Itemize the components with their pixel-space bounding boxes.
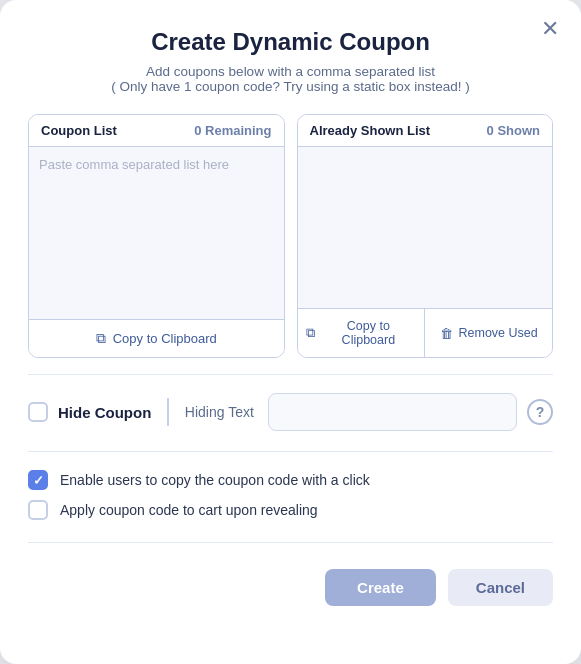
shown-list-copy-label: Copy to Clipboard — [321, 319, 417, 347]
enable-copy-checkbox[interactable] — [28, 470, 48, 490]
modal-subtitle: Add coupons below with a comma separated… — [28, 64, 553, 94]
shown-list-footer-buttons: ⧉ Copy to Clipboard 🗑 Remove Used — [298, 309, 553, 357]
cancel-button[interactable]: Cancel — [448, 569, 553, 606]
create-button[interactable]: Create — [325, 569, 436, 606]
shown-list-header: Already Shown List 0 Shown — [298, 115, 553, 147]
subtitle-line2: ( Only have 1 coupon code? Try using a s… — [28, 79, 553, 94]
coupon-panels: Coupon List 0 Remaining ⧉ Copy to Clipbo… — [28, 114, 553, 358]
subtitle-line1: Add coupons below with a comma separated… — [28, 64, 553, 79]
option-row-2: Apply coupon code to cart upon revealing — [28, 500, 553, 520]
coupon-list-copy-label: Copy to Clipboard — [113, 331, 217, 346]
divider-1 — [28, 374, 553, 375]
coupon-list-panel: Coupon List 0 Remaining ⧉ Copy to Clipbo… — [28, 114, 285, 358]
shown-list-copy-btn[interactable]: ⧉ Copy to Clipboard — [298, 309, 426, 357]
shown-list-label: Already Shown List — [310, 123, 431, 138]
coupon-list-footer: ⧉ Copy to Clipboard — [29, 319, 284, 357]
remove-used-label: Remove Used — [459, 326, 538, 340]
shown-list-body — [298, 147, 553, 308]
create-dynamic-coupon-modal: ✕ Create Dynamic Coupon Add coupons belo… — [0, 0, 581, 664]
shown-list-panel: Already Shown List 0 Shown ⧉ Copy to Cli… — [297, 114, 554, 358]
shown-list-badge: 0 Shown — [487, 123, 540, 138]
hide-coupon-row: Hide Coupon Hiding Text ? — [28, 393, 553, 431]
coupon-list-label: Coupon List — [41, 123, 117, 138]
copy-icon: ⧉ — [306, 325, 315, 341]
coupon-list-body — [29, 147, 284, 319]
trash-icon: 🗑 — [440, 326, 453, 341]
apply-cart-checkbox[interactable] — [28, 500, 48, 520]
options-section: Enable users to copy the coupon code wit… — [28, 470, 553, 520]
enable-copy-label: Enable users to copy the coupon code wit… — [60, 472, 370, 488]
option-row-1: Enable users to copy the coupon code wit… — [28, 470, 553, 490]
hide-coupon-label: Hide Coupon — [58, 404, 151, 421]
coupon-list-copy-btn[interactable]: ⧉ Copy to Clipboard — [29, 320, 284, 357]
help-icon[interactable]: ? — [527, 399, 553, 425]
coupon-list-header: Coupon List 0 Remaining — [29, 115, 284, 147]
vertical-divider — [167, 398, 169, 426]
divider-2 — [28, 451, 553, 452]
shown-list-footer: ⧉ Copy to Clipboard 🗑 Remove Used — [298, 308, 553, 357]
hide-coupon-checkbox[interactable] — [28, 402, 48, 422]
footer-actions: Create Cancel — [28, 561, 553, 606]
modal-title: Create Dynamic Coupon — [28, 28, 553, 56]
coupon-list-textarea[interactable] — [39, 157, 274, 305]
clipboard-icon: ⧉ — [96, 330, 106, 347]
hiding-text-label: Hiding Text — [185, 404, 254, 420]
close-button[interactable]: ✕ — [541, 18, 559, 40]
divider-3 — [28, 542, 553, 543]
remove-used-btn[interactable]: 🗑 Remove Used — [425, 309, 552, 357]
coupon-list-badge: 0 Remaining — [194, 123, 271, 138]
hiding-text-input[interactable] — [268, 393, 517, 431]
apply-cart-label: Apply coupon code to cart upon revealing — [60, 502, 318, 518]
